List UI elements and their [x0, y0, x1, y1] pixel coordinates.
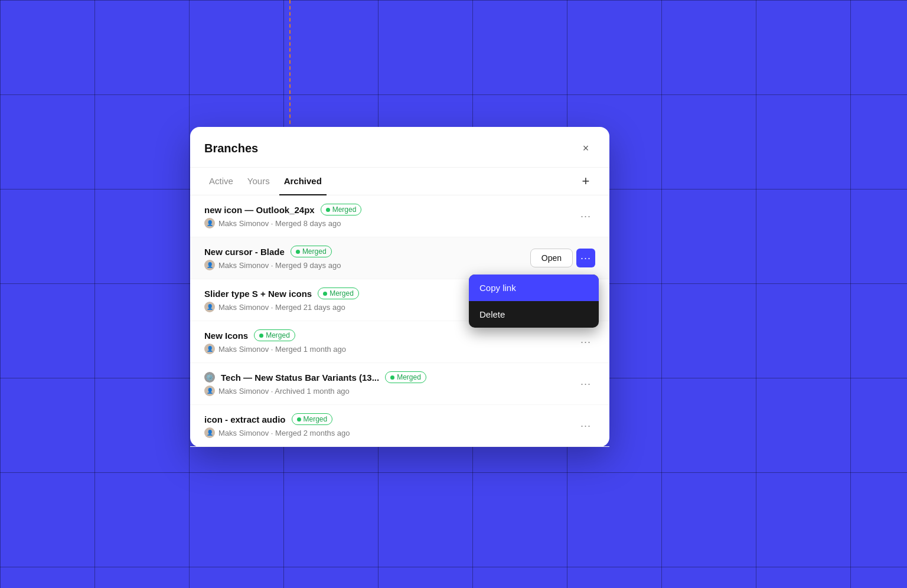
badge-label: Merged [332, 205, 357, 214]
copy-link-item[interactable]: Copy link [469, 275, 599, 301]
open-button[interactable]: Open [530, 249, 573, 267]
badge-dot [323, 292, 327, 296]
branch-meta: 👤 Maks Simonov · Archived 1 month ago [204, 386, 576, 396]
tab-active[interactable]: Active [204, 168, 238, 195]
badge-label: Merged [397, 373, 421, 381]
branch-info: icon - extract audio Merged 👤 Maks Simon… [204, 413, 576, 438]
branch-meta: 👤 Maks Simonov · Merged 2 months ago [204, 427, 576, 438]
list-item[interactable]: icon - extract audio Merged 👤 Maks Simon… [190, 405, 609, 447]
merged-badge: Merged [291, 246, 332, 257]
tab-yours[interactable]: Yours [243, 168, 275, 195]
list-item[interactable]: new icon — Outlook_24px Merged 👤 Maks Si… [190, 195, 609, 237]
badge-dot [296, 250, 300, 254]
tabs-bar: Active Yours Archived + [190, 168, 609, 195]
avatar: 👤 [204, 302, 215, 312]
badge-dot [390, 375, 394, 380]
action-area: Open ··· Copy link Delete [530, 249, 595, 267]
close-button[interactable]: × [576, 139, 595, 158]
branch-name: new icon — Outlook_24px [204, 205, 315, 215]
branch-name: New cursor - Blade [204, 247, 285, 257]
modal-title: Branches [204, 142, 258, 155]
more-options-button[interactable]: ··· [576, 207, 595, 226]
more-options-button[interactable]: ··· [576, 249, 595, 267]
close-icon: × [583, 142, 589, 155]
badge-label: Merged [304, 415, 328, 423]
branch-name: Slider type S + New icons [204, 289, 312, 299]
branches-modal: Branches × Active Yours Archived + new i… [190, 127, 609, 447]
badge-label: Merged [302, 247, 327, 256]
avatar: 👤 [204, 427, 215, 438]
add-branch-button[interactable]: + [576, 172, 595, 191]
branch-meta: 👤 Maks Simonov · Merged 9 days ago [204, 260, 530, 270]
dashed-guide-line [289, 0, 291, 124]
avatar: 👤 [204, 218, 215, 228]
list-item[interactable]: New cursor - Blade Merged 👤 Maks Simonov… [190, 237, 609, 279]
branch-info: New cursor - Blade Merged 👤 Maks Simonov… [204, 246, 530, 270]
branch-name-row: new icon — Outlook_24px Merged [204, 204, 576, 215]
branch-author: Maks Simonov · Merged 2 months ago [218, 429, 350, 437]
branch-name-row: New cursor - Blade Merged [204, 246, 530, 257]
badge-dot [259, 334, 263, 338]
branch-author: Maks Simonov · Merged 8 days ago [218, 219, 341, 228]
more-options-button[interactable]: ··· [576, 416, 595, 435]
merged-badge: Merged [321, 204, 362, 215]
branch-name-row: ⚙️ Tech — New Status Bar Variants (13...… [204, 371, 576, 383]
tab-archived[interactable]: Archived [279, 168, 327, 195]
branch-author: Maks Simonov · Merged 9 days ago [218, 261, 341, 270]
branch-meta: 👤 Maks Simonov · Merged 8 days ago [204, 218, 576, 228]
avatar: 👤 [204, 344, 215, 354]
badge-dot [326, 208, 330, 212]
more-options-button[interactable]: ··· [576, 374, 595, 393]
badge-label: Merged [266, 331, 290, 339]
merged-badge: Merged [292, 413, 333, 425]
branch-author: Maks Simonov · Merged 21 days ago [218, 303, 345, 312]
avatar: 👤 [204, 386, 215, 396]
merged-badge: Merged [318, 288, 359, 299]
avatar: 👤 [204, 260, 215, 270]
modal-header: Branches × [190, 127, 609, 168]
delete-item[interactable]: Delete [469, 301, 599, 328]
branch-list: new icon — Outlook_24px Merged 👤 Maks Si… [190, 195, 609, 447]
branch-info: new icon — Outlook_24px Merged 👤 Maks Si… [204, 204, 576, 228]
list-item[interactable]: ⚙️ Tech — New Status Bar Variants (13...… [190, 363, 609, 405]
merged-badge: Merged [385, 371, 426, 383]
branch-name: Tech — New Status Bar Variants (13... [221, 373, 379, 383]
merged-badge: Merged [254, 329, 295, 341]
branch-meta: 👤 Maks Simonov · Merged 1 month ago [204, 344, 576, 354]
branch-name-row: New Icons Merged [204, 329, 576, 341]
branch-name: New Icons [204, 331, 248, 341]
branch-info: New Icons Merged 👤 Maks Simonov · Merged… [204, 329, 576, 354]
more-options-button[interactable]: ··· [576, 332, 595, 351]
badge-label: Merged [329, 289, 354, 298]
dropdown-menu: Copy link Delete [469, 275, 599, 328]
badge-dot [297, 417, 301, 422]
branch-author: Maks Simonov · Merged 1 month ago [218, 345, 346, 354]
branch-name: icon - extract audio [204, 414, 286, 424]
branch-info: ⚙️ Tech — New Status Bar Variants (13...… [204, 371, 576, 396]
gear-icon: ⚙️ [204, 372, 215, 383]
branch-name-row: icon - extract audio Merged [204, 413, 576, 425]
branch-author: Maks Simonov · Archived 1 month ago [218, 387, 350, 396]
